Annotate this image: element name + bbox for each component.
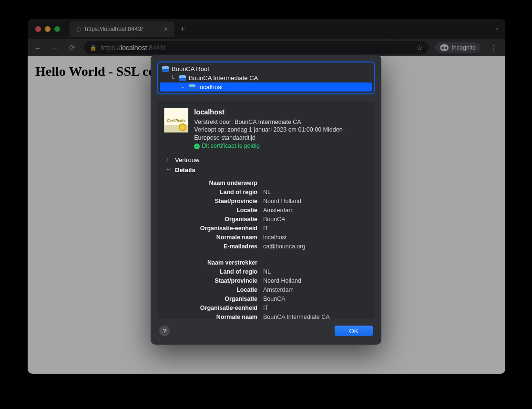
label-org: Organisatie [172,296,257,302]
ok-button[interactable]: OK [335,326,373,336]
tab-strip: ◌ https://localhost:8443/ × + ◦ [28,19,505,39]
bookmark-star-icon[interactable]: ☆ [417,44,423,51]
certificate-common-name: localhost [194,108,368,117]
label-ou: Organisatie-eenheid [172,305,257,311]
label-locality: Locatie [172,286,257,293]
tree-branch-icon: └ [180,84,186,90]
certificate-meta: localhost Verstrekt door: BounCA Interme… [194,108,368,150]
incognito-badge[interactable]: Incognito [435,42,481,53]
value-issuer-org: BounCA [263,296,360,302]
toolbar: ← → ⟳ 🔒 https://localhost:8443/ ☆ Incogn… [28,39,505,56]
window-indicator-icon: ◦ [496,25,505,33]
certificate-header: Certificate localhost Verstrekt door: Bo… [157,101,375,155]
certificate-icon [189,84,195,90]
value-subject-state: Noord Holland [263,198,360,204]
browser-tab[interactable]: ◌ https://localhost:8443/ × [70,21,174,37]
chain-item-intermediate[interactable]: └ BounCA Intermediate CA [160,73,372,82]
value-subject-country: NL [263,189,360,195]
subject-section-title: Naam onderwerp [172,180,257,186]
chain-root-label: BounCA Root [172,65,209,72]
chain-item-root[interactable]: BounCA Root [160,64,372,73]
lock-icon[interactable]: 🔒 [90,44,97,51]
certificate-expiry: Verloopt op: zondag 1 januari 2023 om 01… [194,126,368,142]
certificate-details-panel[interactable]: Certificate localhost Verstrekt door: Bo… [157,101,375,319]
certificate-badge-icon: Certificate [164,108,188,133]
details-section-toggle[interactable]: ﹀ Details [157,165,375,175]
value-subject-ou: IT [263,225,360,232]
label-org: Organisatie [172,216,257,223]
label-cn: Normale naam [172,234,257,241]
globe-icon: ◌ [76,26,81,32]
label-country: Land of regio [172,189,257,195]
trust-section-toggle[interactable]: 〉 Vertrouw [157,155,375,165]
value-subject-email: ca@bounca.org [263,243,360,250]
certificate-valid-status: ✓ Dit certificaat is geldig [194,142,368,150]
close-window-button[interactable] [35,26,41,32]
chain-intermediate-label: BounCA Intermediate CA [189,74,258,82]
value-issuer-locality: Amsterdam [263,286,360,293]
tab-close-icon[interactable]: × [164,25,168,33]
label-country: Land of regio [172,268,257,275]
browser-menu-button[interactable]: ⋮ [487,43,501,52]
certificate-chain: BounCA Root └ BounCA Intermediate CA └ l… [157,61,375,94]
forward-button: → [50,44,60,52]
value-issuer-ou: IT [263,305,360,311]
label-locality: Locatie [172,207,257,214]
back-button[interactable]: ← [32,44,43,52]
chevron-right-icon: 〉 [166,156,171,164]
chain-leaf-label: localhost [198,83,223,91]
checkmark-icon: ✓ [194,143,200,149]
tree-branch-icon: └ [171,75,176,81]
subject-details: Naam onderwerp Land of regioNL Staat/pro… [157,175,375,319]
reload-button[interactable]: ⟳ [67,43,77,52]
chevron-down-icon: ﹀ [166,166,171,174]
trust-section-label: Vertrouw [175,156,199,164]
window-controls [32,26,63,32]
chain-item-leaf[interactable]: └ localhost [160,82,372,92]
label-state: Staat/provincie [172,277,257,284]
value-subject-org: BounCA [263,216,360,223]
value-issuer-country: NL [263,268,360,275]
certificate-issued-by: Verstrekt door: BounCA Intermediate CA [194,118,368,126]
label-email: E-mailadres [172,243,257,250]
incognito-label: Incognito [451,44,476,51]
help-button[interactable]: ? [159,326,170,336]
new-tab-button[interactable]: + [174,24,191,34]
address-bar[interactable]: 🔒 https://localhost:8443/ ☆ [84,41,429,54]
dialog-footer: ? OK [157,319,375,338]
maximize-window-button[interactable] [54,26,60,32]
url-text: https://localhost:8443/ [101,44,413,51]
certificate-icon [162,66,169,72]
tab-title: https://localhost:8443/ [85,26,160,32]
minimize-window-button[interactable] [45,26,51,32]
certificate-dialog: BounCA Root └ BounCA Intermediate CA └ l… [151,55,381,345]
label-state: Staat/provincie [172,198,257,204]
certificate-icon [179,75,186,81]
issuer-section-title: Naam verstrekker [172,259,257,266]
value-subject-locality: Amsterdam [263,207,360,214]
value-issuer-cn: BounCA Intermediate CA [263,314,360,319]
label-cn: Normale naam [172,314,257,319]
value-issuer-state: Noord Holland [263,277,360,284]
label-ou: Organisatie-eenheid [172,225,257,232]
details-section-label: Details [175,166,195,174]
incognito-icon [440,44,449,51]
value-subject-cn: localhost [263,234,360,241]
